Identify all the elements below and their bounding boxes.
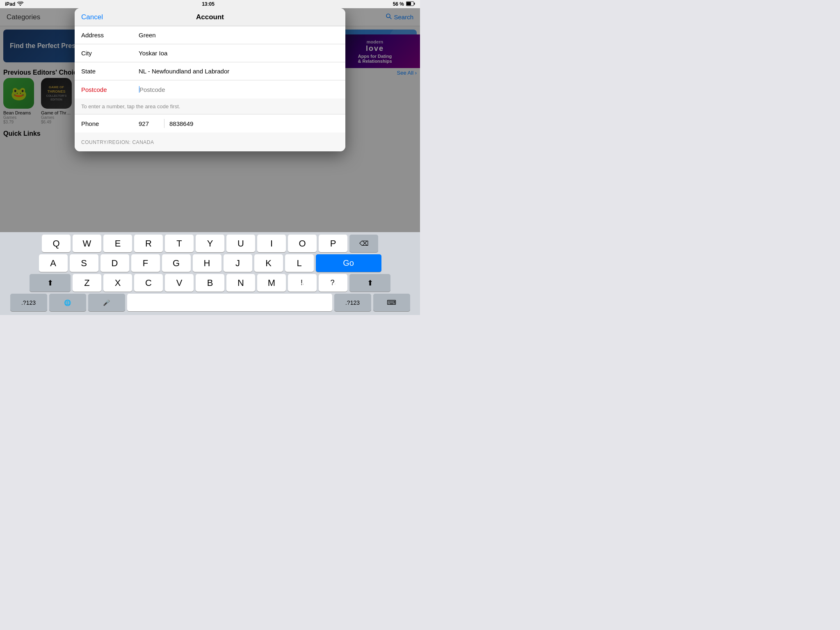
hide-keyboard-key[interactable]: ⌨ [373, 294, 410, 311]
postcode-label: Postcode [81, 86, 139, 93]
keyboard-row-3: ⬆ Z X C V B N M !, ?. ⬆ [2, 274, 418, 292]
key-h[interactable]: H [193, 254, 221, 272]
shift-key-left[interactable]: ⬆ [30, 274, 71, 292]
country-label: COUNTRY/REGION: CANADA [81, 139, 154, 145]
key-f[interactable]: F [131, 254, 160, 272]
battery-icon [406, 1, 415, 7]
key-e[interactable]: E [103, 235, 132, 252]
key-d[interactable]: D [100, 254, 129, 272]
phone-divider [164, 119, 164, 128]
svg-rect-1 [406, 2, 411, 5]
num-key-right[interactable]: .?123 [334, 294, 371, 311]
key-j[interactable]: J [224, 254, 252, 272]
city-label: City [81, 50, 139, 57]
space-key[interactable] [127, 294, 332, 311]
phone-info-text: To enter a number, tap the area code fir… [81, 103, 180, 110]
key-z[interactable]: Z [73, 274, 101, 292]
key-v[interactable]: V [165, 274, 194, 292]
key-w[interactable]: W [73, 235, 101, 252]
address-label: Address [81, 32, 139, 39]
key-o[interactable]: O [288, 235, 317, 252]
key-a[interactable]: A [39, 254, 68, 272]
key-n[interactable]: N [226, 274, 255, 292]
address-row: Address Green [75, 26, 345, 44]
key-r[interactable]: R [134, 235, 163, 252]
phone-area-code[interactable]: 927 [139, 120, 159, 127]
cancel-button[interactable]: Cancel [81, 13, 103, 21]
keyboard-row-2: A S D F G H J K L Go [2, 254, 418, 272]
state-value: NL - Newfoundland and Labrador [139, 68, 339, 75]
num-key-left[interactable]: .?123 [10, 294, 47, 311]
status-left: iPad [5, 1, 23, 7]
key-x[interactable]: X [103, 274, 132, 292]
phone-number[interactable]: 8838649 [169, 120, 193, 127]
key-p[interactable]: P [319, 235, 347, 252]
key-t[interactable]: T [165, 235, 194, 252]
mic-key[interactable]: 🎤 [88, 294, 125, 311]
modal-title: Account [196, 13, 224, 21]
modal-nav-bar: Cancel Account [75, 8, 345, 26]
postcode-row[interactable]: Postcode [75, 80, 345, 98]
city-row: City Yoskar Ioa [75, 44, 345, 62]
go-button[interactable]: Go [316, 254, 381, 272]
keyboard-row-1: Q W E R T Y U I O P ⌫ [2, 235, 418, 252]
phone-row: Phone 927 8838649 [75, 114, 345, 132]
ipad-label: iPad [5, 1, 15, 7]
key-k[interactable]: K [254, 254, 283, 272]
key-question[interactable]: ?. [319, 274, 347, 292]
postcode-input[interactable] [139, 86, 339, 93]
address-value: Green [139, 32, 339, 39]
delete-key[interactable]: ⌫ [349, 235, 378, 252]
keyboard-row-4: .?123 🌐 🎤 .?123 ⌨ [2, 294, 418, 311]
key-m[interactable]: M [257, 274, 286, 292]
wifi-icon [17, 1, 23, 7]
city-value: Yoskar Ioa [139, 50, 339, 57]
key-i[interactable]: I [257, 235, 286, 252]
globe-key[interactable]: 🌐 [49, 294, 86, 311]
phone-info-section: To enter a number, tap the area code fir… [75, 98, 345, 114]
state-label: State [81, 68, 139, 75]
key-y[interactable]: Y [196, 235, 224, 252]
status-time: 13:05 [202, 1, 215, 7]
state-row: State NL - Newfoundland and Labrador [75, 62, 345, 80]
key-exclamation[interactable]: !, [288, 274, 317, 292]
status-right: 56 % [393, 1, 415, 7]
status-bar: iPad 13:05 56 % [0, 0, 420, 8]
key-b[interactable]: B [196, 274, 224, 292]
key-s[interactable]: S [70, 254, 98, 272]
country-section: COUNTRY/REGION: CANADA [75, 132, 345, 151]
modal-form-group: Address Green City Yoskar Ioa State NL -… [75, 26, 345, 98]
account-modal: Cancel Account Address Green City Yoskar… [75, 8, 345, 151]
key-c[interactable]: C [134, 274, 163, 292]
keyboard: Q W E R T Y U I O P ⌫ A S D F G H J K L … [0, 232, 420, 315]
phone-label: Phone [81, 120, 139, 127]
battery-percent: 56 % [393, 1, 404, 7]
phone-group: Phone 927 8838649 [75, 114, 345, 132]
key-l[interactable]: L [285, 254, 314, 272]
shift-key-right[interactable]: ⬆ [349, 274, 390, 292]
key-u[interactable]: U [226, 235, 255, 252]
key-q[interactable]: Q [42, 235, 71, 252]
svg-rect-2 [414, 2, 415, 5]
key-g[interactable]: G [162, 254, 191, 272]
